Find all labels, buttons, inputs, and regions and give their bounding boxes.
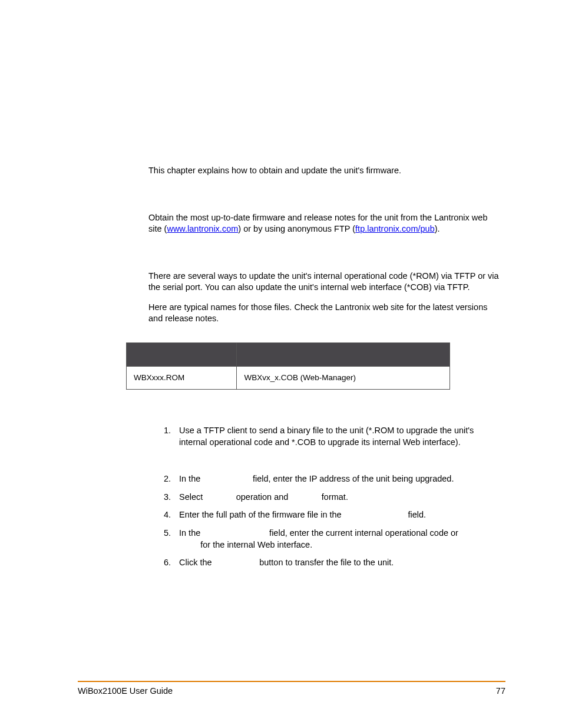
step-5-b: field, enter the current internal operat… — [267, 528, 458, 538]
lantronix-ftp-link[interactable]: ftp.lantronix.com/pub — [355, 224, 435, 233]
step-number: 3. — [164, 492, 171, 503]
step-1: 1. Use a TFTP client to send a binary fi… — [164, 425, 500, 448]
reload-paragraph-2: Here are typical names for those files. … — [148, 302, 500, 325]
step-number: 5. — [164, 528, 171, 539]
obtain-post: ). — [435, 224, 440, 233]
step-number: 4. — [164, 509, 171, 521]
obtain-paragraph: Obtain the most up-to-date firmware and … — [148, 212, 500, 235]
footer-page-number: 77 — [496, 686, 505, 697]
step-6-b: button to transfer the file to the unit. — [257, 558, 394, 567]
step-2: 2. In the field, enter the IP address of… — [164, 473, 500, 485]
footer-title: WiBox2100E User Guide — [78, 686, 173, 697]
step-5-c: for the internal Web interface. — [198, 540, 312, 549]
step-6-a: Click the — [179, 558, 214, 567]
step-3: 3. Select operation and format. — [164, 492, 500, 503]
step-number: 2. — [164, 473, 171, 485]
step-number: 1. — [164, 425, 171, 437]
obtain-mid: ) or by using anonymous FTP ( — [238, 224, 355, 233]
step-2-a: In the — [179, 474, 203, 483]
step-5-a: In the — [179, 528, 203, 538]
step-3-a: Select — [179, 492, 205, 502]
step-6: 6. Click the button to transfer the file… — [164, 557, 500, 569]
step-4: 4. Enter the full path of the firmware f… — [164, 509, 500, 521]
step-5: 5. In the field, enter the current inter… — [164, 528, 500, 551]
firmware-files-table: WBXxxx.ROM WBXvx_x.COB (Web-Manager) — [126, 342, 450, 390]
footer-divider — [78, 681, 505, 682]
step-number: 6. — [164, 557, 171, 569]
reload-paragraph-1: There are several ways to update the uni… — [148, 271, 500, 294]
step-1-text: Use a TFTP client to send a binary file … — [179, 426, 474, 447]
lantronix-web-link[interactable]: www.lantronix.com — [167, 224, 238, 233]
step-3-c: format. — [319, 492, 348, 502]
step-4-a: Enter the full path of the firmware file… — [179, 510, 344, 519]
table-cell-rom: WBXxxx.ROM — [127, 366, 237, 389]
table-row: WBXxxx.ROM WBXvx_x.COB (Web-Manager) — [127, 366, 450, 389]
table-header-1 — [127, 342, 237, 366]
intro-paragraph: This chapter explains how to obtain and … — [148, 165, 500, 177]
table-cell-cob: WBXvx_x.COB (Web-Manager) — [237, 366, 450, 389]
step-3-b: operation and — [234, 492, 291, 502]
step-4-b: field. — [405, 510, 426, 519]
steps-list: 1. Use a TFTP client to send a binary fi… — [148, 425, 500, 569]
table-header-2 — [237, 342, 450, 366]
step-2-b: field, enter the IP address of the unit … — [250, 474, 454, 483]
